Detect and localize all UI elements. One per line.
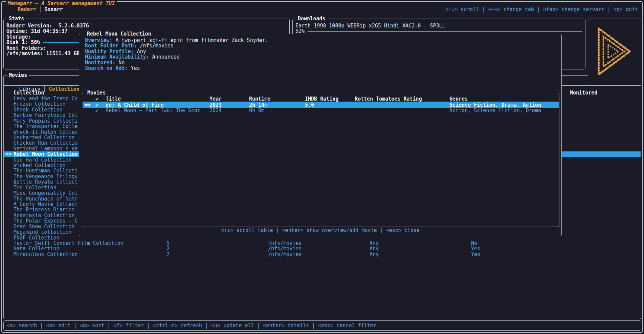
modal-field: Quality Profile:Any [85,49,268,54]
modal-field: Monitored:No [85,60,268,65]
download-progress-gauge [308,28,582,34]
movie-row[interactable]: ✔Rebel Moon – Part Two: The Scar20240h 0… [83,108,559,113]
tab-radarr[interactable]: Radarr [18,6,36,13]
collection-details-modal: Rebel Moon Collection Overview:A two-par… [79,34,562,236]
disk-usage-label: Disk 1: 56% [6,40,40,45]
collections-header-collection: Collection [14,90,44,96]
stats-panel-title: Stats [7,16,26,22]
collections-header-monitored: Monitored [570,90,597,96]
bottom-keybinds: <s> search | <e> edit | <o> sort | <f> f… [6,321,376,330]
modal-field: Minimum Availability:Announced [85,54,268,60]
modal-movies-table: Movies ✔ Title Year Runtime IMDB Rating … [82,93,559,227]
collection-row[interactable]: Taylor Swift Concert Film Collection5/nf… [4,241,641,246]
movie-row[interactable]: =>✔ne: A Child of Fire20232h 14m5.6Scien… [83,102,559,108]
modal-movies-table-title: Movies [86,90,107,96]
top-keybinds: <↑↓> scroll | <←→> change tab | <tab> ch… [445,6,638,13]
collection-row[interactable]: Nana Collection2/nfs/moviesAnyYes [4,246,641,251]
movies-header-monitored-check: ✔ [95,96,98,102]
movies-panel-title: Movies [7,72,29,78]
downloads-panel-title: Downloads [296,16,327,22]
modal-movies-header-row: ✔ Title Year Runtime IMDB Rating Rotten … [83,96,559,102]
movies-header-runtime: Runtime [249,96,270,102]
bottom-keybinds-bar: <s> search | <e> edit | <o> sort | <f> f… [3,320,641,331]
movies-header-imdb: IMDB Rating [305,96,338,102]
download-percent-label: 52% [295,28,305,34]
download-item-name: Earth 1998 1080p WEBRip x265 Hindi AAC2.… [295,23,582,28]
modal-fields: Overview:A two-part sci-fi epic from fil… [85,38,268,71]
download-progress-line: 52% [295,28,582,34]
top-bar: Radarr│Sonarr <↑↓> scroll | <←→> change … [5,6,638,13]
modal-keybinds: <↑↓> scroll table | <enter> show overvie… [79,227,561,233]
movies-header-rotten-tomatoes: Rotten Tomatoes Rating [355,96,422,102]
movies-header-genres: Genres [449,96,468,102]
modal-title: Rebel Moon Collection [85,31,153,37]
modal-field: Search on Add:Yes [85,65,268,71]
logo-panel [588,19,641,86]
tab-separator: │ [39,6,42,13]
modal-field: Overview:A two-part sci-fi epic from fil… [85,38,268,43]
collection-row[interactable]: Miraculous Collection2/nfs/moviesAnyYes [4,252,641,257]
modal-field: Root Folder Path:/nfs/movies [85,43,268,48]
app-title: Managarr — A Servarr management TUI [6,1,117,6]
movies-header-year: Year [209,96,222,102]
radarr-version: Radarr Version: 5.2.6.8376 [6,23,287,28]
movies-header-title: Title [106,96,121,102]
modal-movie-rows[interactable]: =>✔ne: A Child of Fire20232h 14m5.6Scien… [83,102,559,113]
managarr-logo-icon [595,25,635,79]
tab-sonarr[interactable]: Sonarr [44,6,63,13]
